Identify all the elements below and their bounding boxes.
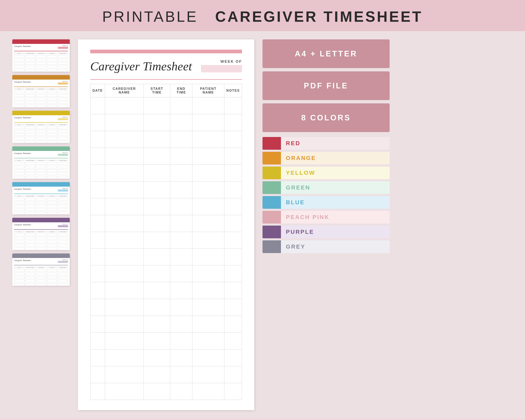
- table-row: [90, 114, 242, 131]
- table-cell: [144, 198, 170, 215]
- table-row: [90, 316, 242, 333]
- table-cell: [90, 349, 105, 366]
- preview-divider: [90, 79, 242, 80]
- table-cell: [192, 249, 224, 265]
- table-cell: [192, 114, 224, 131]
- table-row: [90, 131, 242, 148]
- table-cell: [90, 198, 105, 215]
- color-label: YELLOW: [286, 170, 315, 176]
- table-cell: [105, 249, 144, 265]
- table-cell: [90, 215, 105, 232]
- table-cell: [144, 265, 170, 282]
- color-swatch: [262, 181, 281, 194]
- preview-week-box: [201, 65, 242, 72]
- thumbnail-item[interactable]: Caregiver Timesheet WEEK OF DATE CAREGIV…: [12, 146, 70, 179]
- table-cell: [224, 97, 242, 114]
- table-cell: [105, 299, 144, 316]
- table-cell: [144, 97, 170, 114]
- color-swatch: [262, 137, 281, 150]
- table-cell: [170, 165, 192, 181]
- table-cell: [192, 349, 224, 366]
- table-cell: [90, 232, 105, 249]
- table-cell: [224, 265, 242, 282]
- table-cell: [90, 165, 105, 181]
- color-label: GREY: [286, 243, 305, 250]
- table-cell: [224, 198, 242, 215]
- color-item: BLUE: [262, 196, 390, 209]
- color-item: RED: [262, 137, 390, 150]
- table-cell: [90, 366, 105, 383]
- table-cell: [105, 114, 144, 131]
- table-cell: [105, 198, 144, 215]
- page-header: PRINTABLE CAREGIVER TIMESHEET: [0, 0, 525, 31]
- table-cell: [144, 333, 170, 349]
- table-cell: [144, 349, 170, 366]
- table-cell: [105, 97, 144, 114]
- thumbnail-item[interactable]: Caregiver Timesheet WEEK OF DATE CAREGIV…: [12, 75, 70, 107]
- table-col-header: END TIME: [170, 84, 192, 97]
- color-label-area: PURPLE: [281, 226, 390, 238]
- title-bold: CAREGIVER TIMESHEET: [215, 9, 423, 25]
- table-cell: [90, 383, 105, 400]
- table-cell: [224, 316, 242, 333]
- color-item: GREEN: [262, 181, 390, 194]
- preview-week-label: WEEK OF: [220, 59, 242, 64]
- table-cell: [144, 215, 170, 232]
- table-cell: [170, 131, 192, 148]
- color-label-area: BLUE: [281, 196, 390, 209]
- table-cell: [170, 215, 192, 232]
- table-row: [90, 333, 242, 349]
- table-row: [90, 265, 242, 282]
- table-cell: [170, 181, 192, 198]
- table-row: [90, 232, 242, 249]
- table-cell: [170, 114, 192, 131]
- table-cell: [192, 181, 224, 198]
- table-cell: [224, 282, 242, 299]
- color-swatch: [262, 196, 281, 209]
- thumbnail-item[interactable]: Caregiver Timesheet WEEK OF DATE CAREGIV…: [12, 111, 70, 143]
- table-cell: [90, 316, 105, 333]
- table-row: [90, 181, 242, 198]
- preview-table: DATECAREGIVER NAMESTART TIMEEND TIMEPATI…: [90, 84, 242, 400]
- table-cell: [192, 131, 224, 148]
- table-cell: [105, 383, 144, 400]
- table-cell: [192, 198, 224, 215]
- thumbnail-item[interactable]: Caregiver Timesheet WEEK OF DATE CAREGIV…: [12, 253, 70, 286]
- table-cell: [224, 215, 242, 232]
- table-cell: [90, 131, 105, 148]
- table-row: [90, 148, 242, 165]
- table-cell: [224, 114, 242, 131]
- main-content: Caregiver Timesheet WEEK OF DATE CAREGIV…: [0, 31, 525, 418]
- color-swatch: [262, 211, 281, 224]
- table-cell: [192, 165, 224, 181]
- info-card-format: PDF FILE: [262, 71, 390, 100]
- color-label: PURPLE: [286, 229, 314, 235]
- table-cell: [105, 181, 144, 198]
- info-card-size-label: A4 + LETTER: [295, 49, 357, 58]
- color-item: GREY: [262, 240, 390, 253]
- table-cell: [105, 265, 144, 282]
- table-cell: [144, 383, 170, 400]
- table-cell: [224, 131, 242, 148]
- table-cell: [192, 265, 224, 282]
- table-cell: [170, 198, 192, 215]
- thumbnail-item[interactable]: Caregiver Timesheet WEEK OF DATE CAREGIV…: [12, 218, 70, 250]
- thumbnail-item[interactable]: Caregiver Timesheet WEEK OF DATE CAREGIV…: [12, 39, 70, 72]
- table-cell: [90, 249, 105, 265]
- table-cell: [105, 349, 144, 366]
- color-item: YELLOW: [262, 167, 390, 179]
- title-plain: PRINTABLE: [102, 9, 198, 25]
- info-card-colors: 8 COLORS: [262, 103, 390, 132]
- table-cell: [224, 249, 242, 265]
- table-row: [90, 349, 242, 366]
- table-cell: [224, 366, 242, 383]
- table-cell: [170, 366, 192, 383]
- table-row: [90, 366, 242, 383]
- table-cell: [90, 299, 105, 316]
- table-cell: [105, 232, 144, 249]
- table-cell: [170, 148, 192, 165]
- table-cell: [105, 282, 144, 299]
- table-row: [90, 97, 242, 114]
- table-row: [90, 198, 242, 215]
- thumbnail-item[interactable]: Caregiver Timesheet WEEK OF DATE CAREGIV…: [12, 182, 70, 215]
